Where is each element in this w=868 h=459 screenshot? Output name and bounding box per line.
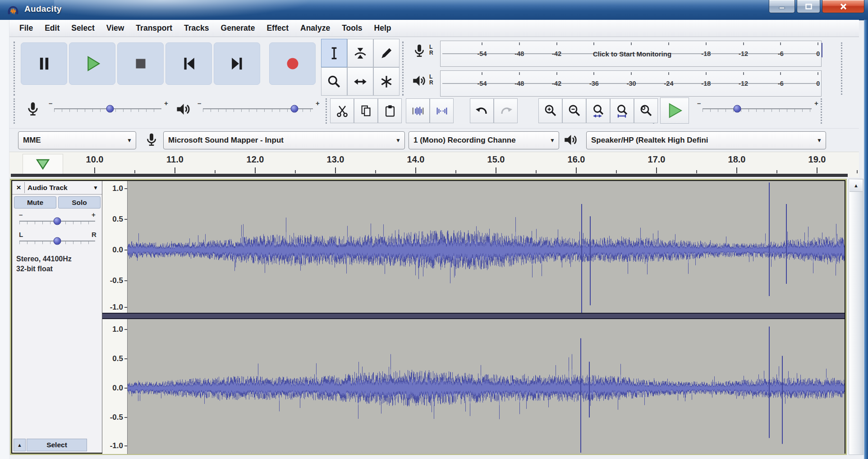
meter-tick [706, 72, 707, 75]
cut-button[interactable] [330, 98, 354, 123]
menu-tools[interactable]: Tools [336, 23, 368, 33]
timeline-pointer-box[interactable] [23, 154, 63, 175]
undo-button[interactable] [470, 98, 494, 123]
select-track-button[interactable]: Select [27, 439, 87, 451]
channel-separator[interactable] [102, 313, 845, 319]
meter-scale-label: -6 [778, 80, 784, 87]
selection-tool-button[interactable] [321, 39, 347, 67]
menu-transport[interactable]: Transport [130, 23, 178, 33]
multi-tool-tool-icon [379, 74, 394, 89]
recording-channels-select[interactable]: 1 (Mono) Recording Channe ▼ [409, 131, 559, 149]
recording-meter-mic-icon[interactable] [412, 43, 427, 58]
timeline-label: 10.0 [86, 154, 104, 165]
minimize-button[interactable] [769, 0, 795, 13]
redo-icon [499, 104, 513, 118]
multi-tool-tool-button[interactable] [373, 67, 400, 96]
waveform-right-channel[interactable] [128, 319, 845, 454]
scroll-up-button[interactable]: ▲ [850, 180, 863, 192]
toolbar-grip[interactable] [841, 42, 842, 95]
stop-button[interactable] [117, 42, 164, 85]
solo-button[interactable]: Solo [58, 196, 101, 209]
toolbar-grip[interactable] [14, 42, 15, 96]
waveform-left-channel[interactable] [128, 181, 845, 313]
track-title-menu[interactable]: Audio Track ▼ [25, 182, 101, 193]
input-volume-slider[interactable] [54, 106, 161, 116]
playback-meter[interactable]: -54-48-42-36-30-24-18-12-60 [440, 70, 822, 97]
meter-monitor-message[interactable]: Click to Start Monitoring [593, 50, 671, 58]
trim-audio-button[interactable] [406, 98, 430, 123]
close-button[interactable] [822, 0, 864, 13]
fit-project-button[interactable] [610, 98, 634, 123]
timeline-major-tick [496, 167, 496, 173]
timeline-pointer-icon [36, 158, 50, 170]
menu-view[interactable]: View [101, 23, 130, 33]
timeline-ruler[interactable]: 10.011.012.013.014.015.016.017.018.019.0 [9, 152, 859, 177]
timeline-minor-tick [455, 170, 456, 173]
toolbar-grip[interactable] [402, 42, 404, 96]
menu-analyze[interactable]: Analyze [294, 23, 336, 33]
gain-slider[interactable] [19, 218, 95, 228]
play-speed-slider[interactable] [703, 106, 812, 116]
track-format-info: Stereo, 44100Hz [16, 255, 72, 263]
audio-host-value: MME [23, 136, 41, 145]
timeline-major-tick [335, 167, 336, 173]
zoom-in-button[interactable] [538, 98, 562, 123]
toolbar-grip[interactable] [821, 98, 822, 124]
recording-device-select[interactable]: Microsoft Sound Mapper - Input ▼ [163, 131, 405, 149]
track-close-button[interactable]: × [13, 182, 25, 193]
menu-generate[interactable]: Generate [215, 23, 261, 33]
envelope-tool-button[interactable] [347, 39, 373, 67]
meter-clip-indicator [822, 43, 822, 57]
skip-to-start-button[interactable] [165, 42, 212, 85]
menu-select[interactable]: Select [65, 23, 101, 33]
output-volume-thumb[interactable] [290, 105, 298, 113]
gain-thumb[interactable] [54, 218, 61, 225]
silence-audio-button[interactable] [430, 98, 454, 123]
copy-button[interactable] [354, 98, 378, 123]
paste-button[interactable] [378, 98, 402, 123]
skip-to-end-button[interactable] [214, 42, 260, 85]
undo-icon [475, 104, 489, 118]
zoom-out-button[interactable] [562, 98, 586, 123]
maximize-button[interactable] [797, 0, 820, 13]
meter-tick [631, 42, 632, 45]
toolbar-grip[interactable] [14, 98, 15, 124]
zoom-toggle-button[interactable] [634, 98, 658, 123]
menu-tracks[interactable]: Tracks [178, 23, 215, 33]
audio-host-select[interactable]: MME ▼ [18, 131, 136, 149]
menu-help[interactable]: Help [368, 23, 397, 33]
audacity-window: Audacity FileEditSelectViewTransportTrac… [0, 0, 868, 459]
timeline-minor-tick [215, 170, 216, 173]
recording-device-value: Microsoft Sound Mapper - Input [168, 136, 284, 145]
mute-button[interactable]: Mute [14, 196, 56, 209]
vertical-scrollbar[interactable]: ▲ [849, 179, 863, 455]
pan-slider[interactable] [19, 238, 95, 248]
close-icon [840, 3, 847, 10]
zoom-to-selection-button[interactable] [586, 98, 610, 123]
record-button[interactable] [269, 42, 316, 85]
gain-max-label: + [92, 211, 96, 218]
output-volume-slider[interactable] [203, 106, 313, 116]
pause-button[interactable] [21, 42, 67, 85]
meter-tick [631, 72, 632, 75]
draw-tool-button[interactable] [373, 39, 400, 67]
zoom-tool-button[interactable] [321, 67, 347, 96]
paste-icon [383, 104, 397, 118]
copy-icon [359, 104, 373, 118]
playback-meter-speaker-icon[interactable] [411, 73, 427, 88]
play-speed-thumb[interactable] [734, 105, 741, 113]
collapse-track-button[interactable]: ▲ [14, 439, 26, 451]
menu-file[interactable]: File [14, 23, 39, 33]
amplitude-tick [124, 445, 127, 446]
menu-edit[interactable]: Edit [39, 23, 65, 33]
play-at-speed-button[interactable] [660, 97, 689, 124]
recording-meter[interactable]: -54-48-42-18-12-60Click to Start Monitor… [440, 41, 822, 67]
menu-effect[interactable]: Effect [261, 23, 294, 33]
amplitude-label: 1.0 [112, 325, 123, 334]
play-button[interactable] [69, 42, 115, 85]
toolbar-grip[interactable] [326, 98, 327, 124]
playback-device-select[interactable]: Speaker/HP (Realtek High Defini ▼ [586, 131, 826, 149]
input-volume-thumb[interactable] [106, 105, 114, 113]
pan-thumb[interactable] [54, 237, 61, 245]
time-shift-tool-button[interactable] [347, 67, 373, 96]
